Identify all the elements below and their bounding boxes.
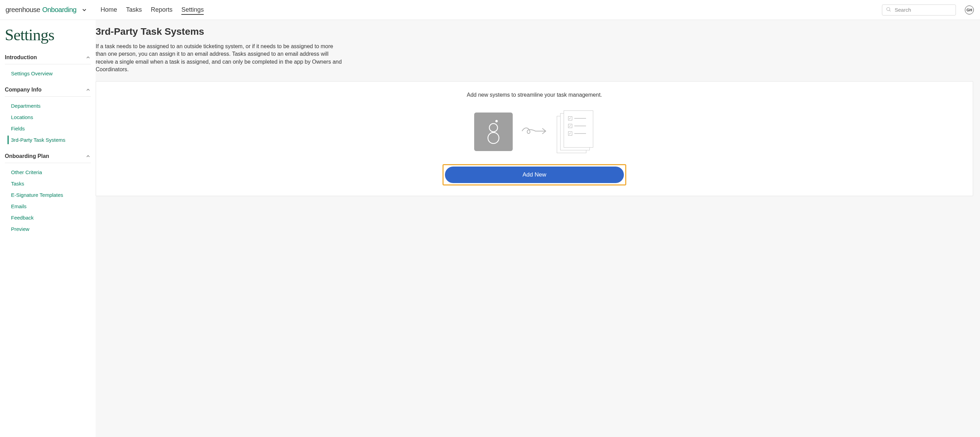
app-logo[interactable]: greenhouse Onboarding: [5, 6, 88, 14]
sidebar-item-preview[interactable]: Preview: [5, 223, 91, 235]
chevron-down-icon[interactable]: [81, 7, 88, 13]
sidebar-item-esignature-templates[interactable]: E-Signature Templates: [5, 189, 91, 200]
section-header-company-info[interactable]: Company Info: [5, 83, 91, 97]
chevron-up-icon: [85, 55, 91, 60]
sidebar-item-emails[interactable]: Emails: [5, 200, 91, 212]
main-description: If a task needs to be assigned to an out…: [95, 43, 344, 74]
logo-text-onboarding: Onboarding: [42, 6, 77, 14]
main-nav: Home Tasks Reports Settings: [100, 0, 204, 19]
nav-settings[interactable]: Settings: [181, 0, 204, 19]
settings-sidebar: Settings Introduction Settings Overview …: [0, 20, 95, 437]
svg-point-0: [887, 7, 890, 10]
nav-home[interactable]: Home: [100, 0, 117, 19]
sidebar-item-other-criteria[interactable]: Other Criteria: [5, 167, 91, 178]
section-header-introduction[interactable]: Introduction: [5, 51, 91, 64]
sidebar-item-departments[interactable]: Departments: [5, 100, 91, 111]
empty-state-card: Add new systems to streamline your task …: [95, 81, 973, 196]
avatar[interactable]: GH: [965, 5, 974, 14]
greenhouse-logo-block-icon: [474, 113, 513, 151]
logo-text-greenhouse: greenhouse: [5, 6, 40, 14]
chevron-up-icon: [85, 87, 91, 92]
sidebar-item-settings-overview[interactable]: Settings Overview: [5, 68, 91, 79]
add-new-button-highlight: Add New: [442, 164, 626, 186]
search-box[interactable]: [882, 5, 956, 16]
section-title-onboarding-plan: Onboarding Plan: [5, 153, 49, 159]
search-input[interactable]: [895, 7, 952, 13]
nav-reports[interactable]: Reports: [151, 0, 172, 19]
page-title: Settings: [5, 25, 91, 44]
svg-point-3: [489, 124, 498, 132]
sidebar-item-fields[interactable]: Fields: [5, 123, 91, 134]
main-heading: 3rd-Party Task Systems: [95, 26, 973, 37]
main-content: 3rd-Party Task Systems If a task needs t…: [95, 20, 980, 437]
svg-line-1: [889, 10, 891, 11]
empty-state-illustration: ✓ ✓ ✓: [103, 110, 966, 153]
sidebar-item-feedback[interactable]: Feedback: [5, 212, 91, 223]
sidebar-item-locations[interactable]: Locations: [5, 111, 91, 123]
arrow-swirl-icon: [521, 124, 549, 139]
sidebar-item-tasks[interactable]: Tasks: [5, 178, 91, 189]
sidebar-item-3rd-party-task-systems[interactable]: 3rd-Party Task Systems: [5, 134, 91, 146]
section-title-company-info: Company Info: [5, 87, 41, 93]
nav-tasks[interactable]: Tasks: [126, 0, 142, 19]
chevron-up-icon: [85, 154, 91, 159]
empty-state-text: Add new systems to streamline your task …: [103, 92, 966, 98]
section-title-introduction: Introduction: [5, 54, 37, 60]
documents-stack-icon: ✓ ✓ ✓: [557, 110, 595, 153]
svg-point-4: [488, 132, 499, 143]
add-new-button[interactable]: Add New: [445, 167, 624, 183]
svg-point-2: [495, 120, 498, 122]
search-icon: [886, 6, 891, 13]
top-navigation-bar: greenhouse Onboarding Home Tasks Reports…: [0, 0, 980, 20]
section-header-onboarding-plan[interactable]: Onboarding Plan: [5, 150, 91, 163]
